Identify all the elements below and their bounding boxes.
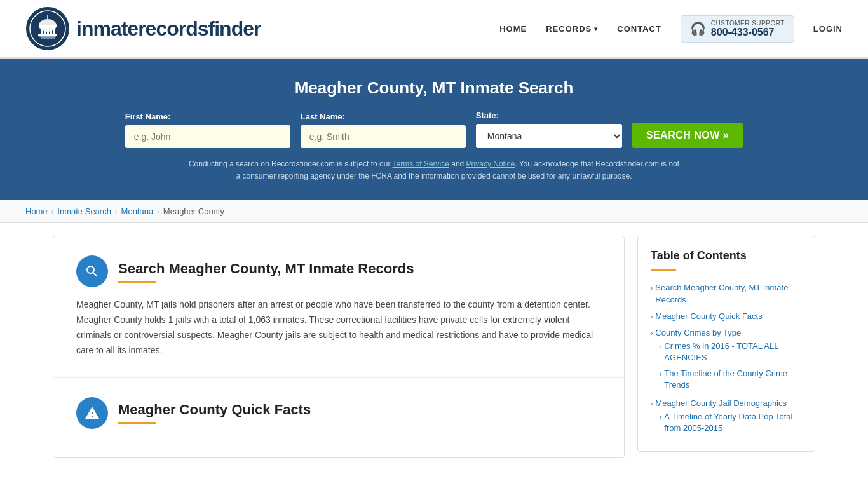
quick-facts-title: Meagher County Quick Facts bbox=[118, 402, 311, 418]
chevron-icon: › bbox=[651, 313, 653, 322]
chevron-icon: › bbox=[660, 413, 661, 422]
state-group: State: Montana Alabama Alaska Arizona bbox=[476, 111, 622, 148]
content-area: Search Meagher County, MT Inmate Records… bbox=[53, 236, 625, 458]
toc-underline bbox=[651, 269, 676, 271]
site-header: inmaterecordsfinder HOME RECORDS ▾ CONTA… bbox=[0, 0, 868, 59]
main-nav: HOME RECORDS ▾ CONTACT 🎧 CUSTOMER SUPPOR… bbox=[499, 15, 843, 43]
quick-facts-title-wrapper: Meagher County Quick Facts bbox=[118, 402, 311, 424]
title-underline bbox=[118, 281, 156, 283]
toc-link-county-crimes[interactable]: › County Crimes by Type bbox=[651, 327, 802, 339]
logo-icon bbox=[25, 6, 70, 51]
title-underline-2 bbox=[118, 422, 156, 424]
toc-item-inmate-records: › Search Meagher County, MT Inmate Recor… bbox=[651, 280, 802, 308]
section-title-wrapper: Search Meagher County, MT Inmate Records bbox=[118, 261, 414, 283]
toc-sub-item-timeline: › The Timeline of the County Crime Trend… bbox=[660, 366, 802, 393]
search-button[interactable]: SEARCH NOW » bbox=[632, 123, 743, 148]
breadcrumb-inmate-search[interactable]: Inmate Search bbox=[57, 207, 111, 216]
breadcrumb: Home › Inmate Search › Montana › Meagher… bbox=[0, 200, 868, 223]
search-icon bbox=[85, 264, 100, 279]
last-name-input[interactable] bbox=[301, 125, 466, 148]
inmate-records-body: Meagher County, MT jails hold prisoners … bbox=[76, 297, 601, 358]
breadcrumb-meagher-county: Meagher County bbox=[163, 207, 224, 216]
toc-list: › Search Meagher County, MT Inmate Recor… bbox=[651, 280, 802, 438]
headset-icon: 🎧 bbox=[690, 21, 706, 36]
logo-text: inmaterecordsfinder bbox=[76, 17, 261, 41]
toc-link-inmate-records[interactable]: › Search Meagher County, MT Inmate Recor… bbox=[651, 282, 802, 305]
first-name-label: First Name: bbox=[125, 112, 290, 121]
svg-rect-6 bbox=[47, 27, 49, 34]
breadcrumb-home[interactable]: Home bbox=[25, 207, 48, 216]
breadcrumb-sep-3: › bbox=[157, 208, 159, 215]
privacy-link[interactable]: Privacy Notice bbox=[466, 159, 515, 168]
alert-circle-icon bbox=[76, 397, 108, 429]
toc-link-timeline[interactable]: › The Timeline of the County Crime Trend… bbox=[660, 368, 802, 391]
search-form: First Name: Last Name: State: Montana Al… bbox=[25, 111, 843, 148]
support-info: CUSTOMER SUPPORT 800-433-0567 bbox=[711, 20, 785, 38]
state-select[interactable]: Montana Alabama Alaska Arizona bbox=[476, 124, 622, 148]
logo-area: inmaterecordsfinder bbox=[25, 6, 261, 51]
toc-title: Table of Contents bbox=[651, 249, 802, 262]
svg-rect-8 bbox=[53, 27, 55, 34]
hero-title: Meagher County, MT Inmate Search bbox=[25, 78, 843, 98]
chevron-icon: › bbox=[660, 370, 661, 379]
nav-records[interactable]: RECORDS ▾ bbox=[546, 24, 598, 34]
svg-rect-3 bbox=[39, 25, 57, 27]
toc-item-county-crimes: › County Crimes by Type › Crimes % in 20… bbox=[651, 325, 802, 395]
breadcrumb-sep-2: › bbox=[115, 208, 118, 215]
toc-link-yearly-data[interactable]: › A Timeline of Yearly Data Pop Total fr… bbox=[660, 411, 802, 434]
first-name-input[interactable] bbox=[125, 125, 290, 148]
toc-link-demographics[interactable]: › Meagher County Jail Demographics bbox=[651, 398, 802, 409]
chevron-icon: › bbox=[651, 329, 653, 338]
nav-home[interactable]: HOME bbox=[499, 24, 527, 34]
login-button[interactable]: LOGIN bbox=[813, 24, 843, 34]
table-of-contents-sidebar: Table of Contents › Search Meagher Count… bbox=[637, 236, 815, 452]
svg-rect-5 bbox=[44, 27, 46, 34]
chevron-down-icon: ▾ bbox=[594, 25, 598, 32]
toc-link-crimes-pct[interactable]: › Crimes % in 2016 - TOTAL ALL AGENCIES bbox=[660, 341, 802, 363]
chevron-icon: › bbox=[651, 400, 653, 409]
toc-sub-list-crimes: › Crimes % in 2016 - TOTAL ALL AGENCIES … bbox=[651, 339, 802, 393]
nav-contact[interactable]: CONTACT bbox=[617, 24, 661, 34]
toc-sub-list-demographics: › A Timeline of Yearly Data Pop Total fr… bbox=[651, 409, 802, 436]
first-name-group: First Name: bbox=[125, 112, 290, 148]
search-circle-icon bbox=[76, 255, 108, 287]
customer-support-box: 🎧 CUSTOMER SUPPORT 800-433-0567 bbox=[681, 15, 794, 43]
chevron-icon: › bbox=[660, 342, 661, 351]
section-header-inmate: Search Meagher County, MT Inmate Records bbox=[76, 255, 601, 287]
hero-section: Meagher County, MT Inmate Search First N… bbox=[0, 59, 868, 200]
section-header-quick-facts: Meagher County Quick Facts bbox=[76, 397, 601, 429]
svg-rect-12 bbox=[41, 37, 55, 39]
svg-rect-9 bbox=[38, 34, 57, 36]
chevron-icon: › bbox=[651, 284, 653, 293]
inmate-records-section: Search Meagher County, MT Inmate Records… bbox=[53, 236, 624, 377]
hero-disclaimer: Conducting a search on Recordsfinder.com… bbox=[186, 158, 682, 182]
breadcrumb-sep-1: › bbox=[51, 208, 54, 215]
toc-sub-item-yearly-data: › A Timeline of Yearly Data Pop Total fr… bbox=[660, 409, 802, 436]
toc-link-quick-facts[interactable]: › Meagher County Quick Facts bbox=[651, 311, 802, 322]
quick-facts-section: Meagher County Quick Facts bbox=[53, 378, 624, 458]
svg-rect-7 bbox=[50, 27, 52, 34]
state-label: State: bbox=[476, 111, 622, 120]
toc-item-quick-facts: › Meagher County Quick Facts bbox=[651, 308, 802, 325]
alert-icon bbox=[85, 405, 100, 421]
terms-link[interactable]: Terms of Service bbox=[393, 159, 449, 168]
toc-sub-item-crimes-pct: › Crimes % in 2016 - TOTAL ALL AGENCIES bbox=[660, 339, 802, 365]
toc-item-demographics: › Meagher County Jail Demographics › A T… bbox=[651, 395, 802, 439]
last-name-label: Last Name: bbox=[301, 112, 466, 121]
breadcrumb-montana[interactable]: Montana bbox=[121, 207, 154, 216]
main-layout: Search Meagher County, MT Inmate Records… bbox=[27, 236, 841, 458]
svg-rect-4 bbox=[41, 27, 43, 34]
inmate-records-title: Search Meagher County, MT Inmate Records bbox=[118, 261, 414, 277]
last-name-group: Last Name: bbox=[301, 112, 466, 148]
svg-rect-11 bbox=[39, 36, 56, 37]
